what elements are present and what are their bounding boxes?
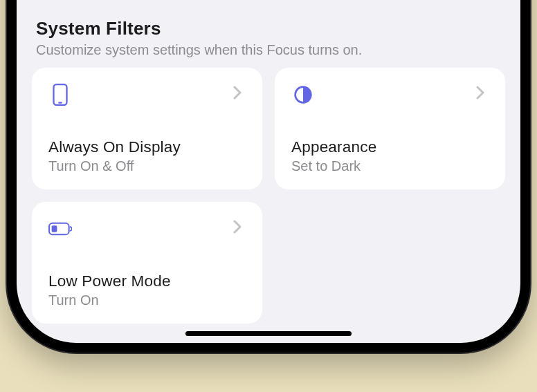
- filter-card-always-on-display[interactable]: Always On Display Turn On & Off: [32, 68, 262, 189]
- phone-icon: [48, 83, 72, 106]
- chevron-right-icon: [476, 86, 489, 98]
- filter-card-subtitle: Set to Dark: [291, 158, 489, 174]
- filter-card-grid: Always On Display Turn On & Off: [32, 68, 505, 324]
- filter-card-appearance[interactable]: Appearance Set to Dark: [275, 68, 505, 189]
- filter-card-title: Appearance: [291, 138, 489, 156]
- home-indicator[interactable]: [185, 331, 352, 336]
- section-subtitle: Customize system settings when this Focu…: [36, 42, 501, 58]
- chevron-right-icon: [233, 220, 246, 232]
- half-circle-icon: [291, 83, 315, 106]
- section-title: System Filters: [36, 18, 501, 39]
- phone-screen: System Filters Customize system settings…: [17, 0, 520, 343]
- chevron-right-icon: [233, 86, 246, 98]
- filter-card-subtitle: Turn On & Off: [48, 158, 246, 174]
- phone-frame: System Filters Customize system settings…: [7, 0, 530, 353]
- svg-rect-0: [53, 84, 66, 105]
- filter-card-low-power-mode[interactable]: Low Power Mode Turn On: [32, 202, 262, 324]
- filter-card-subtitle: Turn On: [48, 292, 246, 308]
- svg-rect-4: [52, 225, 57, 232]
- battery-icon: [48, 217, 72, 241]
- filter-card-title: Low Power Mode: [48, 272, 246, 290]
- filter-card-title: Always On Display: [48, 138, 246, 156]
- section-header: System Filters Customize system settings…: [36, 18, 501, 58]
- settings-section: System Filters Customize system settings…: [17, 0, 520, 343]
